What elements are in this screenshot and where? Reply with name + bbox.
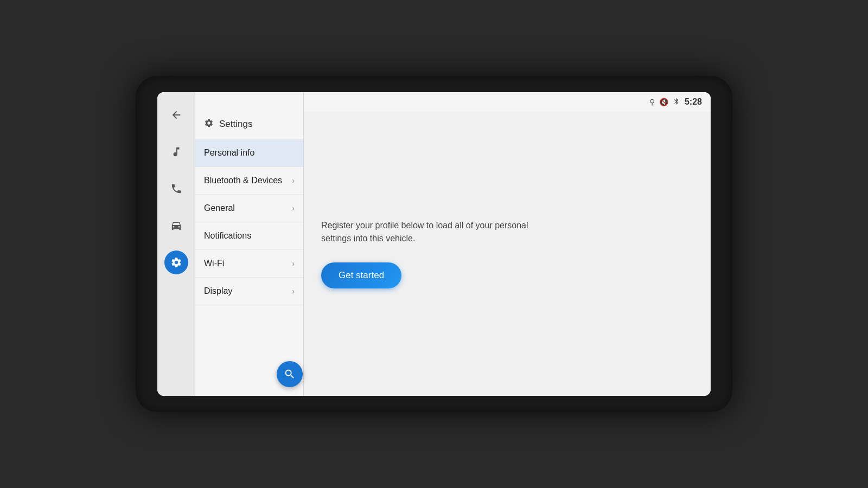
settings-item-wifi[interactable]: Wi-Fi › bbox=[195, 250, 303, 278]
settings-panel: Settings Personal info Bluetooth & Devic… bbox=[195, 92, 304, 396]
car-display-screen: ⚲ 🔇 5:28 bbox=[157, 92, 711, 396]
display-arrow-icon: › bbox=[292, 287, 295, 296]
settings-item-general[interactable]: General › bbox=[195, 195, 303, 222]
main-content: Register your profile below to load all … bbox=[304, 92, 711, 396]
general-arrow-icon: › bbox=[292, 204, 295, 213]
signal-icon: ⚲ bbox=[649, 98, 655, 106]
settings-item-personal-info[interactable]: Personal info bbox=[195, 139, 303, 167]
bluetooth-icon bbox=[673, 98, 680, 107]
settings-item-display[interactable]: Display › bbox=[195, 278, 303, 305]
car-display-outer: ⚲ 🔇 5:28 bbox=[136, 76, 732, 412]
settings-item-notifications[interactable]: Notifications bbox=[195, 222, 303, 250]
wifi-arrow-icon: › bbox=[292, 259, 295, 268]
nav-music-button[interactable] bbox=[164, 140, 188, 164]
nav-car-button[interactable] bbox=[164, 214, 188, 237]
settings-header-gear-icon bbox=[204, 118, 214, 130]
nav-settings-button[interactable] bbox=[164, 251, 188, 274]
search-fab-button[interactable] bbox=[277, 361, 303, 387]
nav-rail bbox=[157, 92, 195, 396]
status-time: 5:28 bbox=[685, 97, 702, 107]
search-icon bbox=[284, 368, 296, 380]
get-started-button[interactable]: Get started bbox=[321, 262, 401, 288]
main-description: Register your profile below to load all … bbox=[321, 219, 538, 245]
bluetooth-arrow-icon: › bbox=[292, 176, 295, 185]
settings-item-bluetooth-devices[interactable]: Bluetooth & Devices › bbox=[195, 167, 303, 195]
settings-title: Settings bbox=[219, 119, 252, 130]
settings-menu: Personal info Bluetooth & Devices › Gene… bbox=[195, 137, 303, 396]
nav-phone-button[interactable] bbox=[164, 177, 188, 201]
nav-back-button[interactable] bbox=[164, 103, 188, 127]
status-bar: ⚲ 🔇 5:28 bbox=[304, 92, 711, 112]
mute-icon: 🔇 bbox=[659, 98, 668, 106]
settings-header: Settings bbox=[195, 112, 303, 137]
